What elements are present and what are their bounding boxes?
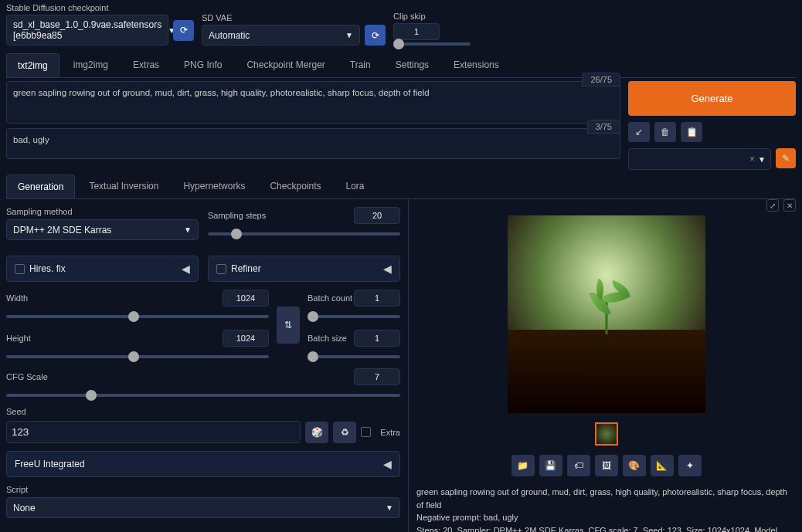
sampling-steps-label: Sampling steps (208, 211, 266, 220)
batch-size-value[interactable]: 1 (354, 330, 400, 347)
clipskip-value[interactable]: 1 (393, 23, 440, 40)
subtab-checkpoints[interactable]: Checkpoints (259, 175, 331, 198)
cfg-value[interactable]: 7 (354, 368, 400, 385)
vae-refresh-button[interactable]: ⟳ (365, 25, 386, 46)
height-label: Height (6, 334, 31, 343)
tab-txt2img[interactable]: txt2img (6, 53, 59, 77)
sampling-steps-value[interactable]: 20 (354, 207, 400, 224)
batch-count-value[interactable]: 1 (354, 290, 400, 307)
expand-icon: ⤢ (770, 202, 776, 210)
arrow-icon: ↙ (635, 127, 643, 137)
checkpoint-label: Stable Diffusion checkpoint (6, 3, 194, 12)
close-image-button[interactable]: ✕ (783, 199, 796, 212)
checkpoint-refresh-button[interactable]: ⟳ (173, 20, 194, 41)
clear-button[interactable]: 🗑 (654, 122, 676, 142)
refiner-checkbox[interactable] (216, 264, 226, 274)
save-button[interactable]: 💾 (539, 455, 562, 476)
close-icon: ✕ (787, 202, 793, 210)
chevron-down-icon: ▼ (386, 503, 393, 512)
zip-icon: 🏷 (574, 460, 583, 471)
send-extras-button[interactable]: 📐 (651, 455, 674, 476)
chevron-down-icon: ▼ (184, 225, 192, 234)
batch-count-slider[interactable] (308, 315, 400, 318)
tab-pnginfo[interactable]: PNG Info (173, 53, 233, 77)
hires-checkbox[interactable] (15, 264, 25, 274)
sub-tabs: Generation Textual Inversion Hypernetwor… (6, 175, 796, 199)
send-inpaint-button[interactable]: 🎨 (623, 455, 646, 476)
sampling-steps-slider[interactable] (208, 232, 400, 236)
upscale-button[interactable]: ✦ (678, 455, 702, 476)
trash-icon: 🗑 (661, 127, 670, 137)
freeu-toggle[interactable]: FreeU Integrated ◀ (6, 451, 400, 477)
output-image[interactable] (508, 215, 705, 413)
save-icon: 💾 (545, 460, 556, 471)
generate-button[interactable]: Generate (628, 81, 796, 116)
subtab-lora[interactable]: Lora (335, 175, 376, 198)
script-label: Script (6, 485, 400, 494)
star-icon: ✦ (686, 460, 694, 471)
refiner-toggle[interactable]: Refiner ◀ (208, 256, 400, 282)
paste-button[interactable]: 📋 (681, 122, 702, 142)
zip-button[interactable]: 🏷 (567, 455, 590, 476)
open-folder-button[interactable]: 📁 (511, 455, 535, 476)
seed-input[interactable] (6, 421, 301, 443)
refresh-icon: ⟳ (180, 25, 188, 36)
refresh-icon: ⟳ (372, 30, 379, 41)
clipskip-slider[interactable] (393, 42, 471, 46)
script-select[interactable]: None ▼ (6, 497, 400, 518)
edit-styles-button[interactable]: ✎ (776, 148, 796, 168)
sampling-method-select[interactable]: DPM++ 2M SDE Karras ▼ (6, 219, 199, 240)
arrow-button[interactable]: ↙ (628, 122, 650, 142)
tab-train[interactable]: Train (339, 53, 382, 77)
palette-icon: 🎨 (628, 460, 640, 471)
tab-extensions[interactable]: Extensions (443, 53, 510, 77)
clipboard-icon: 📋 (686, 127, 698, 137)
triangle-left-icon: ◀ (182, 263, 190, 275)
tab-checkpoint-merger[interactable]: Checkpoint Merger (236, 53, 335, 77)
batch-size-label: Batch size (308, 334, 347, 343)
chevron-down-icon: ▼ (758, 155, 766, 164)
tab-extras[interactable]: Extras (122, 53, 170, 77)
chevron-down-icon: ▼ (345, 31, 353, 39)
negative-prompt[interactable]: 3/75 bad, ugly (6, 128, 620, 159)
hires-fix-toggle[interactable]: Hires. fix ◀ (6, 256, 199, 282)
vae-label: SD VAE (202, 13, 386, 22)
main-tabs: txt2img img2img Extras PNG Info Checkpoi… (6, 53, 796, 78)
height-value[interactable]: 1024 (223, 330, 269, 347)
width-slider[interactable] (6, 315, 269, 318)
grid-icon: 🖼 (602, 460, 611, 471)
height-slider[interactable] (6, 355, 269, 358)
triangle-left-icon: ◀ (383, 263, 392, 275)
recycle-icon: ♻ (341, 427, 349, 438)
styles-select[interactable]: × ▼ (628, 148, 771, 170)
subtab-generation[interactable]: Generation (6, 175, 75, 198)
swap-icon: ⇅ (284, 320, 292, 330)
cfg-slider[interactable] (6, 394, 400, 397)
positive-prompt[interactable]: 26/75 green sapling rowing out of ground… (6, 81, 620, 124)
subtab-textual-inversion[interactable]: Textual Inversion (78, 175, 169, 198)
seed-label: Seed (6, 407, 400, 416)
checkpoint-select[interactable]: sd_xl_base_1.0_0.9vae.safetensors [e6bb9… (6, 15, 168, 46)
reuse-seed-button[interactable]: ♻ (333, 422, 356, 443)
vae-select[interactable]: Automatic ▼ (202, 25, 360, 46)
subtab-hypernetworks[interactable]: Hypernetworks (172, 175, 256, 198)
output-thumbnail[interactable] (595, 422, 618, 446)
extra-label: Extra (380, 428, 400, 437)
ruler-icon: 📐 (656, 460, 668, 471)
cfg-label: CFG Scale (6, 372, 48, 381)
positive-counter: 26/75 (582, 73, 620, 86)
random-seed-button[interactable]: 🎲 (305, 422, 328, 443)
generation-info: green sapling rowing out of ground, mud,… (416, 486, 796, 532)
negative-counter: 3/75 (587, 120, 620, 134)
sampling-method-label: Sampling method (6, 207, 199, 216)
send-img2img-button[interactable]: 🖼 (595, 455, 618, 476)
tab-img2img[interactable]: img2img (63, 53, 119, 77)
width-value[interactable]: 1024 (223, 290, 269, 307)
batch-size-slider[interactable] (308, 355, 400, 358)
download-image-button[interactable]: ⤢ (766, 199, 779, 212)
swap-dimensions-button[interactable]: ⇅ (277, 307, 300, 344)
folder-icon: 📁 (517, 460, 528, 471)
extra-checkbox[interactable] (361, 427, 371, 437)
tab-settings[interactable]: Settings (385, 53, 440, 77)
pencil-icon: ✎ (782, 153, 790, 164)
